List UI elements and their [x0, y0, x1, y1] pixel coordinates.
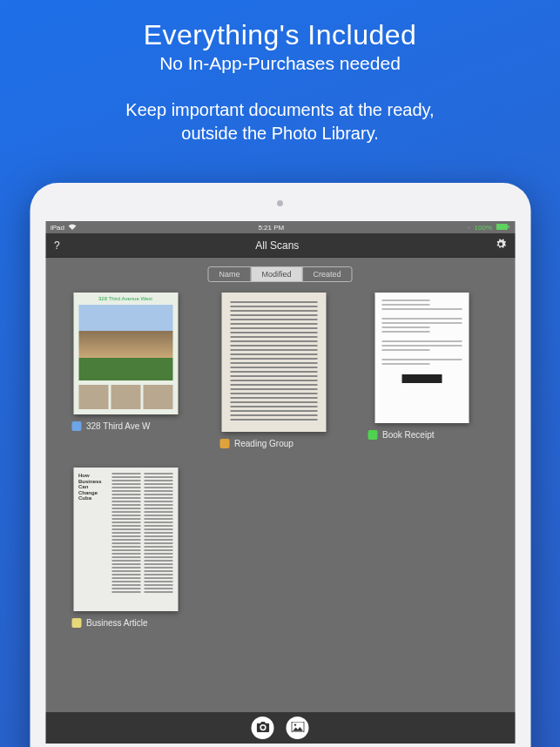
svg-rect-1: [508, 225, 509, 227]
app-screen: iPad 5:21 PM ⌁ 100% ? All Scans: [45, 221, 515, 744]
document-thumbnail: How Business Can Change Cuba: [73, 468, 178, 611]
svg-rect-0: [496, 224, 507, 230]
document-label: 328 Third Ave W: [86, 421, 151, 431]
camera-icon: [256, 722, 269, 734]
document-item[interactable]: 328 Third Avenue West 328 Third Ave W: [64, 293, 186, 448]
device-label: iPad: [51, 224, 64, 232]
sort-control-wrap: Name Modified Created: [45, 258, 515, 293]
document-label: Reading Group: [234, 439, 293, 448]
document-caption: Book Receipt: [361, 430, 434, 440]
photo-icon: [291, 722, 304, 734]
document-item[interactable]: Book Receipt: [361, 293, 482, 448]
color-swatch: [368, 430, 377, 440]
thumb-title: 328 Third Avenue West: [73, 293, 178, 303]
document-thumbnail: 328 Third Avenue West: [73, 293, 178, 414]
sort-segmented-control: Name Modified Created: [207, 266, 352, 282]
document-item[interactable]: How Business Can Change Cuba: [64, 468, 186, 628]
headline-subtitle: No In-App-Purchases needed: [0, 53, 560, 74]
battery-icon: [496, 224, 509, 232]
svg-point-3: [293, 723, 295, 725]
sort-name[interactable]: Name: [208, 267, 251, 281]
ipad-frame: iPad 5:21 PM ⌁ 100% ? All Scans: [30, 183, 530, 747]
document-caption: Business Article: [64, 618, 148, 628]
tagline-line2: outside the Photo Library.: [0, 122, 560, 145]
thumb-heading: How Business Can Change Cuba: [78, 473, 109, 501]
color-swatch: [71, 618, 81, 628]
battery-percent: 100%: [475, 224, 492, 232]
color-swatch: [219, 439, 229, 448]
document-grid: 328 Third Avenue West 328 Third Ave W: [45, 293, 515, 628]
bottom-toolbar: [45, 712, 515, 744]
bluetooth-icon: ⌁: [467, 224, 471, 232]
headline-title: Everything's Included: [0, 19, 560, 51]
promo-headline: Everything's Included No In-App-Purchase…: [0, 0, 560, 74]
document-item[interactable]: Reading Group: [213, 293, 334, 448]
document-caption: Reading Group: [213, 439, 293, 448]
nav-bar: ? All Scans: [45, 233, 515, 258]
color-swatch: [71, 421, 81, 431]
promo-tagline: Keep important documents at the ready, o…: [0, 98, 560, 145]
page-title: All Scans: [60, 239, 495, 252]
tagline-line1: Keep important documents at the ready,: [0, 98, 560, 122]
wifi-icon: [68, 224, 76, 232]
document-thumbnail: [374, 293, 469, 423]
sort-modified[interactable]: Modified: [251, 267, 302, 281]
help-button[interactable]: ?: [54, 239, 60, 252]
document-caption: 328 Third Ave W: [64, 421, 151, 431]
clock: 5:21 PM: [258, 224, 284, 232]
gear-icon[interactable]: [495, 239, 506, 252]
document-thumbnail: [221, 293, 326, 432]
photo-library-button[interactable]: [287, 717, 309, 739]
sort-created[interactable]: Created: [303, 267, 352, 281]
document-label: Book Receipt: [382, 430, 434, 440]
status-bar: iPad 5:21 PM ⌁ 100%: [45, 221, 515, 233]
document-label: Business Article: [86, 618, 148, 628]
camera-button[interactable]: [252, 717, 274, 739]
